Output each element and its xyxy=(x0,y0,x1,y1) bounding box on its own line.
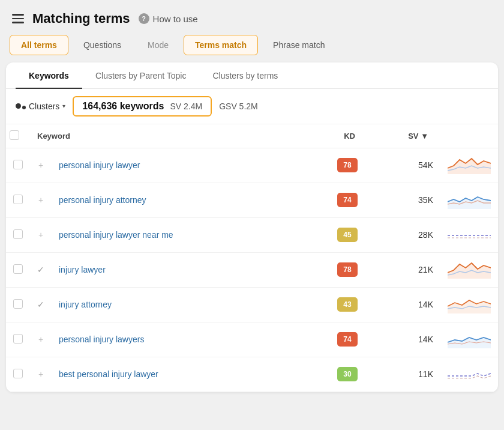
clusters-button[interactable]: Clusters ▾ xyxy=(16,101,65,111)
row-checkbox-5[interactable] xyxy=(13,334,23,344)
help-label: How to use xyxy=(153,14,198,24)
row-sparkline-0 xyxy=(440,148,498,183)
app-container: Matching terms ? How to use All terms Qu… xyxy=(0,0,504,430)
row-keyword-1[interactable]: personal injury attorney xyxy=(52,183,298,217)
sv-value: SV 2.4M xyxy=(170,101,202,111)
row-checkbox-cell xyxy=(6,217,30,252)
clusters-label: Clusters xyxy=(29,101,59,111)
row-sv-2: 28K xyxy=(365,217,440,252)
main-card: Keywords Clusters by Parent Topic Cluste… xyxy=(6,62,498,392)
row-sv-4: 14K xyxy=(365,287,440,322)
row-sparkline-1 xyxy=(440,183,498,217)
row-sv-6: 11K xyxy=(365,357,440,392)
row-checkbox-cell xyxy=(6,252,30,287)
row-kd-1: 74 xyxy=(298,183,365,217)
kd-col-header[interactable]: KD xyxy=(298,124,365,148)
row-action-5[interactable]: + xyxy=(30,322,52,357)
row-checkbox-4[interactable] xyxy=(13,299,23,309)
row-sparkline-2 xyxy=(440,217,498,252)
sv-col-header[interactable]: SV ▼ xyxy=(365,124,440,148)
row-kd-5: 74 xyxy=(298,322,365,357)
row-action-1[interactable]: + xyxy=(30,183,52,217)
row-checkbox-cell xyxy=(6,287,30,322)
row-checkbox-cell xyxy=(6,357,30,392)
row-checkbox-cell xyxy=(6,148,30,183)
kd-badge-4: 43 xyxy=(337,297,358,312)
row-kd-0: 78 xyxy=(298,148,365,183)
tab-bar: All terms Questions Mode Terms match Phr… xyxy=(0,35,504,62)
row-kd-2: 45 xyxy=(298,217,365,252)
row-checkbox-0[interactable] xyxy=(13,160,23,169)
gsv-value: GSV 5.2M xyxy=(219,101,258,111)
kd-badge-2: 45 xyxy=(337,228,358,242)
row-checkbox-cell xyxy=(6,183,30,217)
stats-row: Clusters ▾ 164,636 keywords SV 2.4M GSV … xyxy=(6,89,498,124)
menu-icon[interactable] xyxy=(12,14,24,23)
sparkline-col-header xyxy=(440,124,498,148)
select-all-header xyxy=(6,124,30,148)
row-action-3[interactable]: ✓ xyxy=(30,252,52,287)
keywords-table: Keyword KD SV ▼ + personal injury lawyer… xyxy=(6,124,498,392)
card-tabs: Keywords Clusters by Parent Topic Cluste… xyxy=(6,62,498,89)
row-kd-3: 78 xyxy=(298,252,365,287)
row-action-4[interactable]: ✓ xyxy=(30,287,52,322)
row-sv-3: 21K xyxy=(365,252,440,287)
table-row: + best personal injury lawyer 30 11K xyxy=(6,357,498,392)
card-tab-clusters-parent[interactable]: Clusters by Parent Topic xyxy=(82,62,199,89)
tab-phrase-match[interactable]: Phrase match xyxy=(262,35,336,55)
table-row: ✓ injury lawyer 78 21K xyxy=(6,252,498,287)
row-keyword-2[interactable]: personal injury lawyer near me xyxy=(52,217,298,252)
table-row: ✓ injury attorney 43 14K xyxy=(6,287,498,322)
kd-badge-6: 30 xyxy=(337,367,358,381)
table-row: + personal injury lawyers 74 14K xyxy=(6,322,498,357)
row-kd-4: 43 xyxy=(298,287,365,322)
row-sv-5: 14K xyxy=(365,322,440,357)
header: Matching terms ? How to use xyxy=(0,0,504,35)
stats-highlight-box: 164,636 keywords SV 2.4M xyxy=(73,96,212,117)
row-action-0[interactable]: + xyxy=(30,148,52,183)
kd-badge-0: 78 xyxy=(337,158,358,172)
row-kd-6: 30 xyxy=(298,357,365,392)
kd-badge-3: 78 xyxy=(337,262,358,277)
row-checkbox-3[interactable] xyxy=(13,264,23,274)
row-keyword-4[interactable]: injury attorney xyxy=(52,287,298,322)
row-checkbox-cell xyxy=(6,322,30,357)
table-row: + personal injury attorney 74 35K xyxy=(6,183,498,217)
table-row: + personal injury lawyer near me 45 28K xyxy=(6,217,498,252)
row-sv-0: 54K xyxy=(365,148,440,183)
chevron-down-icon: ▾ xyxy=(62,103,65,109)
row-checkbox-6[interactable] xyxy=(13,369,23,378)
row-checkbox-2[interactable] xyxy=(13,229,23,239)
cluster-dots-icon xyxy=(16,103,26,109)
kd-badge-5: 74 xyxy=(337,332,358,347)
kd-badge-1: 74 xyxy=(337,193,358,207)
row-sv-1: 35K xyxy=(365,183,440,217)
row-checkbox-1[interactable] xyxy=(13,195,23,204)
help-button[interactable]: ? How to use xyxy=(139,13,198,24)
row-sparkline-5 xyxy=(440,322,498,357)
keywords-count: 164,636 keywords xyxy=(82,101,164,112)
tab-terms-match[interactable]: Terms match xyxy=(184,35,258,55)
row-keyword-6[interactable]: best personal injury lawyer xyxy=(52,357,298,392)
row-action-2[interactable]: + xyxy=(30,217,52,252)
select-all-checkbox[interactable] xyxy=(10,130,19,140)
row-keyword-5[interactable]: personal injury lawyers xyxy=(52,322,298,357)
tab-questions[interactable]: Questions xyxy=(72,35,133,55)
page-title: Matching terms xyxy=(32,11,130,26)
tab-mode[interactable]: Mode xyxy=(136,35,180,55)
row-sparkline-6 xyxy=(440,357,498,392)
row-sparkline-3 xyxy=(440,252,498,287)
card-tab-clusters-terms[interactable]: Clusters by terms xyxy=(199,62,291,89)
row-keyword-3[interactable]: injury lawyer xyxy=(52,252,298,287)
row-sparkline-4 xyxy=(440,287,498,322)
keyword-col-header: Keyword xyxy=(30,124,298,148)
row-action-6[interactable]: + xyxy=(30,357,52,392)
row-keyword-0[interactable]: personal injury lawyer xyxy=(52,148,298,183)
table-row: + personal injury lawyer 78 54K xyxy=(6,148,498,183)
card-tab-keywords[interactable]: Keywords xyxy=(16,62,82,89)
question-icon: ? xyxy=(139,13,149,24)
tab-all-terms[interactable]: All terms xyxy=(10,35,68,55)
